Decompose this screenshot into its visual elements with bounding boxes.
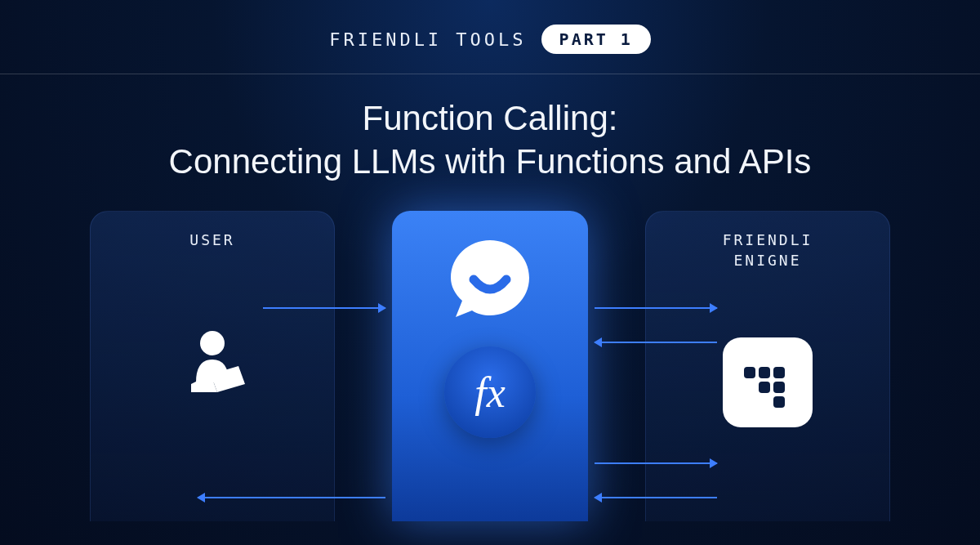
svg-point-0 [200,331,225,355]
header-bar: FRIENDLI TOOLS PART 1 [0,0,980,74]
title-line-2: Connecting LLMs with Functions and APIs [49,141,931,184]
svg-rect-4 [759,382,770,393]
arrow-center-to-user [198,497,385,498]
fx-label: fx [474,369,506,417]
friendli-engine-icon [723,337,813,427]
chat-bubble-smile-icon [444,234,536,325]
svg-rect-6 [773,396,785,408]
arrow-engine-to-center-1 [595,342,717,343]
part-badge: PART 1 [541,25,651,54]
user-icon-wrap [107,324,318,405]
header-label: FRIENDLI TOOLS [329,29,526,50]
user-panel: USER [90,211,335,521]
arrow-engine-to-center-2 [595,497,717,498]
engine-panel: FRIENDLI ENIGNE [645,211,890,521]
fx-function-icon: fx [444,346,536,438]
engine-panel-label: FRIENDLI ENIGNE [662,230,873,270]
diagram-stage: USER fx FRIENDLI ENIGNE [90,211,890,521]
engine-icon-wrap [662,337,873,427]
main-title: Function Calling: Connecting LLMs with F… [0,74,980,211]
title-line-1: Function Calling: [49,97,931,141]
svg-rect-3 [773,367,785,378]
svg-rect-2 [759,367,770,378]
svg-rect-5 [773,382,785,393]
arrow-center-to-engine-2 [595,462,717,464]
user-panel-label: USER [107,230,318,250]
arrow-center-to-engine-1 [595,307,717,309]
svg-rect-1 [744,367,755,378]
center-panel: fx [392,211,588,521]
arrow-user-to-center [263,307,385,309]
user-laptop-icon [172,324,253,405]
